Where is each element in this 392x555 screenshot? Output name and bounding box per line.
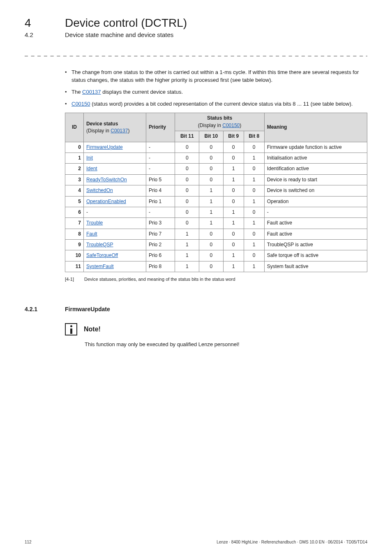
cell-meaning: Device is ready to start (264, 174, 367, 185)
cell-bit: 0 (223, 142, 244, 153)
cell-priority: Prio 6 (146, 250, 175, 261)
cell-id: 6 (65, 207, 84, 217)
cell-meaning: Fault active (264, 229, 367, 239)
bullet-item: C00150 (status word) provides a bit code… (65, 100, 367, 108)
th-sb-sub-pre: (Display in (198, 123, 222, 128)
th-bit11: Bit 11 (175, 131, 199, 142)
table-row: 11SystemFaultPrio 81011System fault acti… (65, 261, 367, 272)
cell-status: SafeTorqueOff (84, 250, 146, 261)
cell-bit: 0 (175, 164, 199, 174)
table-row: 6--0110- (65, 207, 367, 217)
cell-status: FirmwareUpdate (84, 142, 146, 153)
cell-bit: 0 (175, 207, 199, 217)
cell-bit: 0 (199, 240, 224, 250)
chapter-number: 4 (25, 16, 53, 30)
th-sub-close: ) (128, 128, 129, 134)
cell-bit: 1 (244, 174, 264, 185)
cell-status: Trouble (84, 218, 146, 229)
subsection-title: FirmwareUpdate (65, 306, 110, 312)
cell-status: ReadyToSwitchOn (84, 174, 146, 185)
cell-id: 10 (65, 250, 84, 261)
cell-bit: 1 (199, 185, 224, 196)
cell-bit: 1 (244, 240, 264, 250)
cell-priority: Prio 7 (146, 229, 175, 239)
cell-meaning: Safe torque off is active (264, 250, 367, 261)
th-bit8: Bit 8 (244, 131, 264, 142)
cell-bit: 0 (244, 207, 264, 217)
cell-bit: 0 (175, 196, 199, 207)
cell-bit: 1 (175, 229, 199, 239)
cell-bit: 0 (223, 153, 244, 163)
cell-meaning: Operation (264, 196, 367, 207)
cell-bit: 1 (223, 174, 244, 185)
cell-bit: 1 (175, 250, 199, 261)
cell-priority: - (146, 153, 175, 163)
section-number: 4.2 (25, 31, 53, 38)
cell-bit: 0 (199, 153, 224, 163)
status-link[interactable]: ReadyToSwitchOn (86, 177, 127, 183)
cell-priority: - (146, 207, 175, 217)
code-link-c00150-th[interactable]: C00150 (222, 123, 240, 128)
cell-bit: 0 (244, 185, 264, 196)
status-link[interactable]: SystemFault (86, 264, 114, 269)
th-priority: Priority (146, 113, 175, 142)
status-link[interactable]: TroubleQSP (86, 242, 113, 247)
cell-id: 0 (65, 142, 84, 153)
code-link-c00137[interactable]: C00137 (82, 89, 101, 95)
status-link[interactable]: Trouble (86, 220, 103, 226)
cell-bit: 0 (199, 229, 224, 239)
cell-status: SwitchedOn (84, 185, 146, 196)
cell-meaning: TroubleQSP is active (264, 240, 367, 250)
chapter-title: Device control (DCTRL) (65, 16, 187, 30)
cell-meaning: Identification active (264, 164, 367, 174)
table-row: 5OperationEnabledPrio 10101Operation (65, 196, 367, 207)
cell-priority: Prio 5 (146, 174, 175, 185)
cell-bit: 0 (199, 261, 224, 272)
info-icon (65, 323, 77, 335)
cell-priority: - (146, 142, 175, 153)
cell-bit: 1 (244, 153, 264, 163)
cell-status: Fault (84, 229, 146, 239)
cell-bit: 0 (199, 250, 224, 261)
cell-bit: 1 (199, 196, 224, 207)
cell-status: - (84, 207, 146, 217)
table-row: 1Init-0001Initialisation active (65, 153, 367, 163)
cell-id: 3 (65, 174, 84, 185)
table-caption: [4-1] Device statuses, priorities, and m… (65, 276, 367, 283)
cell-priority: Prio 1 (146, 196, 175, 207)
cell-id: 11 (65, 261, 84, 272)
cell-bit: 1 (223, 261, 244, 272)
code-link-c00150[interactable]: C00150 (71, 101, 90, 107)
note-label: Note! (84, 326, 101, 333)
cell-meaning: Device is switched on (264, 185, 367, 196)
table-row: 10SafeTorqueOffPrio 61010Safe torque off… (65, 250, 367, 261)
table-row: 8FaultPrio 71000Fault active (65, 229, 367, 239)
cell-bit: 1 (223, 250, 244, 261)
status-link[interactable]: Init (86, 155, 93, 161)
cell-bit: 1 (175, 240, 199, 250)
cell-bit: 0 (199, 142, 224, 153)
cell-bit: 0 (244, 229, 264, 239)
cell-status: Ident (84, 164, 146, 174)
code-link-c00137-th[interactable]: C00137 (111, 128, 128, 134)
th-status-bits-sub: (Display in C00150) (198, 123, 241, 128)
status-link[interactable]: Ident (86, 166, 97, 171)
cell-status: Init (84, 153, 146, 163)
status-link[interactable]: Fault (86, 231, 97, 237)
cell-bit: 0 (244, 142, 264, 153)
bullet-item: The C00137 displays the current device s… (65, 88, 367, 96)
caption-text: Device statuses, priorities, and meaning… (84, 277, 235, 282)
bullet-text: The change from one status to the other … (71, 69, 359, 83)
status-link[interactable]: OperationEnabled (86, 199, 126, 204)
cell-id: 5 (65, 196, 84, 207)
cell-meaning: System fault active (264, 261, 367, 272)
status-link[interactable]: FirmwareUpdate (86, 144, 123, 150)
cell-bit: 0 (223, 196, 244, 207)
table-row: 7TroublePrio 30111Fault active (65, 218, 367, 229)
bullet-text-pre: The (71, 89, 82, 95)
status-link[interactable]: SafeTorqueOff (86, 252, 118, 258)
status-table: ID Device status (Display in C00137) Pri… (65, 113, 367, 272)
status-link[interactable]: SwitchedOn (86, 187, 113, 193)
cell-status: SystemFault (84, 261, 146, 272)
cell-bit: 0 (223, 229, 244, 239)
